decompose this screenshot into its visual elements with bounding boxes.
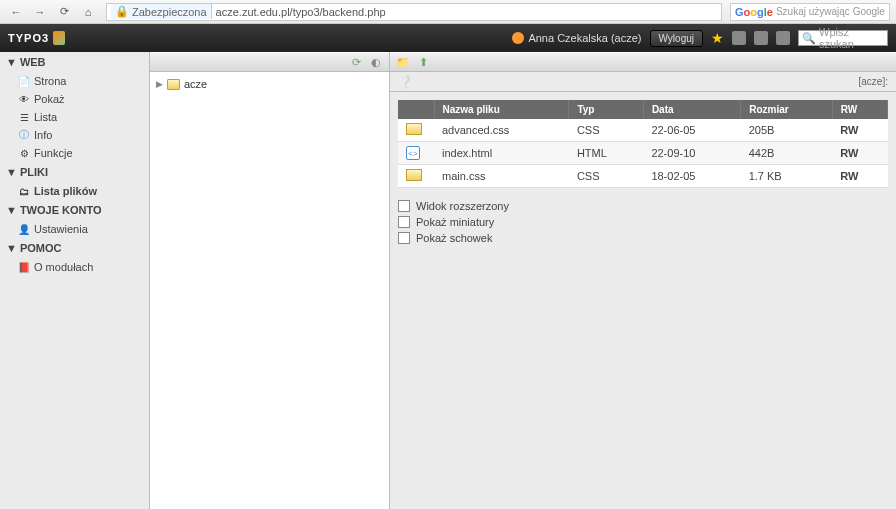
view-options: Widok rozszerzonyPokaż miniaturyPokaż sc… xyxy=(398,198,888,246)
user-icon xyxy=(512,32,524,44)
col-size[interactable]: Rozmiar xyxy=(741,100,832,119)
tree-root[interactable]: ▶ acze xyxy=(156,78,383,90)
table-row[interactable]: <>index.htmlHTML22-09-10442BRW xyxy=(398,142,888,165)
lock-icon: 🔒 xyxy=(115,5,129,18)
css-file-icon xyxy=(406,123,422,135)
workspace-icon[interactable] xyxy=(776,31,790,45)
file-rw: RW xyxy=(832,119,887,142)
col-date[interactable]: Data xyxy=(643,100,740,119)
module-sidebar: ▼WEB 📄Strona 👁Pokaż ☰Lista ⓘInfo ⚙Funkcj… xyxy=(0,52,150,509)
cache-icon[interactable] xyxy=(732,31,746,45)
section-pomoc[interactable]: ▼POMOC xyxy=(0,238,149,258)
file-rw: RW xyxy=(832,142,887,165)
secure-label: Zabezpieczona xyxy=(132,6,207,18)
header-search[interactable]: 🔍 Wpisz szukan xyxy=(798,30,888,46)
refresh-icon[interactable]: ⟳ xyxy=(349,55,363,69)
search-icon: 🔍 xyxy=(802,32,816,45)
col-type[interactable]: Typ xyxy=(569,100,643,119)
shortcut-icon[interactable] xyxy=(754,31,768,45)
info-icon: ⓘ xyxy=(18,129,30,141)
section-pliki[interactable]: ▼PLIKI xyxy=(0,162,149,182)
content-pane: 📁 ⬆ ❔ [acze]: Nazwa pliku Typ Data Rozmi… xyxy=(390,52,896,509)
new-folder-icon[interactable]: 📁 xyxy=(396,55,410,69)
star-icon[interactable]: ★ xyxy=(711,30,724,46)
page-icon: 📄 xyxy=(18,75,30,87)
search-placeholder: Szukaj używając Google xyxy=(776,6,885,17)
option-label: Pokaż schowek xyxy=(416,232,492,244)
header-search-placeholder: Wpisz szukan xyxy=(819,26,884,50)
file-size: 1.7 KB xyxy=(741,165,832,188)
back-button[interactable]: ← xyxy=(6,3,26,21)
folder-icon xyxy=(167,79,180,90)
file-table: Nazwa pliku Typ Data Rozmiar RW advanced… xyxy=(398,100,888,188)
file-type: CSS xyxy=(569,119,643,142)
sidebar-item-funkcje[interactable]: ⚙Funkcje xyxy=(0,144,149,162)
eye-icon: 👁 xyxy=(18,93,30,105)
section-web[interactable]: ▼WEB xyxy=(0,52,149,72)
tree-toolbar: ⟳ ◐ xyxy=(150,52,389,72)
checkbox-icon[interactable] xyxy=(398,232,410,244)
sidebar-item-strona[interactable]: 📄Strona xyxy=(0,72,149,90)
help-icon[interactable]: ❔ xyxy=(398,75,413,89)
files-icon: 🗂 xyxy=(18,185,30,197)
file-rw: RW xyxy=(832,165,887,188)
logo: TYPO3 xyxy=(8,31,65,45)
logout-button[interactable]: Wyloguj xyxy=(650,30,703,47)
gear-icon: ⚙ xyxy=(18,147,30,159)
view-option[interactable]: Pokaż schowek xyxy=(398,230,888,246)
collapse-icon[interactable]: ◐ xyxy=(369,55,383,69)
table-row[interactable]: advanced.cssCSS22-06-05205BRW xyxy=(398,119,888,142)
file-tree-pane: ⟳ ◐ ▶ acze xyxy=(150,52,390,509)
file-date: 22-09-10 xyxy=(643,142,740,165)
logo-mark-icon xyxy=(53,31,65,45)
google-icon: Google xyxy=(735,6,773,18)
col-name[interactable]: Nazwa pliku xyxy=(434,100,569,119)
view-option[interactable]: Pokaż miniatury xyxy=(398,214,888,230)
expand-arrow-icon[interactable]: ▶ xyxy=(156,79,163,89)
url-text: acze.zut.edu.pl/typo3/backend.php xyxy=(216,6,386,18)
forward-button[interactable]: → xyxy=(30,3,50,21)
home-button[interactable]: ⌂ xyxy=(78,3,98,21)
file-type: CSS xyxy=(569,165,643,188)
book-icon: 📕 xyxy=(18,261,30,273)
breadcrumb: [acze]: xyxy=(859,76,888,87)
logo-text: TYPO3 xyxy=(8,32,49,44)
reload-button[interactable]: ⟳ xyxy=(54,3,74,21)
user-area: Anna Czekalska (acze) xyxy=(512,32,641,44)
option-label: Pokaż miniatury xyxy=(416,216,494,228)
checkbox-icon[interactable] xyxy=(398,200,410,212)
html-file-icon: <> xyxy=(406,146,420,160)
file-name: index.html xyxy=(434,142,569,165)
content-toolbar: 📁 ⬆ xyxy=(390,52,896,72)
sidebar-item-pokaz[interactable]: 👁Pokaż xyxy=(0,90,149,108)
sidebar-item-lista-plikow[interactable]: 🗂Lista plików xyxy=(0,182,149,200)
view-option[interactable]: Widok rozszerzony xyxy=(398,198,888,214)
secure-badge: 🔒 Zabezpieczona xyxy=(111,4,212,19)
file-type: HTML xyxy=(569,142,643,165)
file-name: main.css xyxy=(434,165,569,188)
sidebar-item-info[interactable]: ⓘInfo xyxy=(0,126,149,144)
table-row[interactable]: main.cssCSS18-02-051.7 KBRW xyxy=(398,165,888,188)
checkbox-icon[interactable] xyxy=(398,216,410,228)
file-size: 442B xyxy=(741,142,832,165)
file-date: 18-02-05 xyxy=(643,165,740,188)
tree-root-label: acze xyxy=(184,78,207,90)
sidebar-item-omodulach[interactable]: 📕O modułach xyxy=(0,258,149,276)
list-icon: ☰ xyxy=(18,111,30,123)
col-rw[interactable]: RW xyxy=(832,100,887,119)
browser-toolbar: ← → ⟳ ⌂ 🔒 Zabezpieczona acze.zut.edu.pl/… xyxy=(0,0,896,24)
section-konto[interactable]: ▼TWOJE KONTO xyxy=(0,200,149,220)
browser-search[interactable]: Google Szukaj używając Google xyxy=(730,3,890,21)
app-header: TYPO3 Anna Czekalska (acze) Wyloguj ★ 🔍 … xyxy=(0,24,896,52)
file-name: advanced.css xyxy=(434,119,569,142)
sidebar-item-lista[interactable]: ☰Lista xyxy=(0,108,149,126)
file-date: 22-06-05 xyxy=(643,119,740,142)
url-bar[interactable]: 🔒 Zabezpieczona acze.zut.edu.pl/typo3/ba… xyxy=(106,3,722,21)
content-subbar: ❔ [acze]: xyxy=(390,72,896,92)
option-label: Widok rozszerzony xyxy=(416,200,509,212)
upload-icon[interactable]: ⬆ xyxy=(416,55,430,69)
css-file-icon xyxy=(406,169,422,181)
col-icon xyxy=(398,100,434,119)
user-settings-icon: 👤 xyxy=(18,223,30,235)
sidebar-item-ustawienia[interactable]: 👤Ustawienia xyxy=(0,220,149,238)
